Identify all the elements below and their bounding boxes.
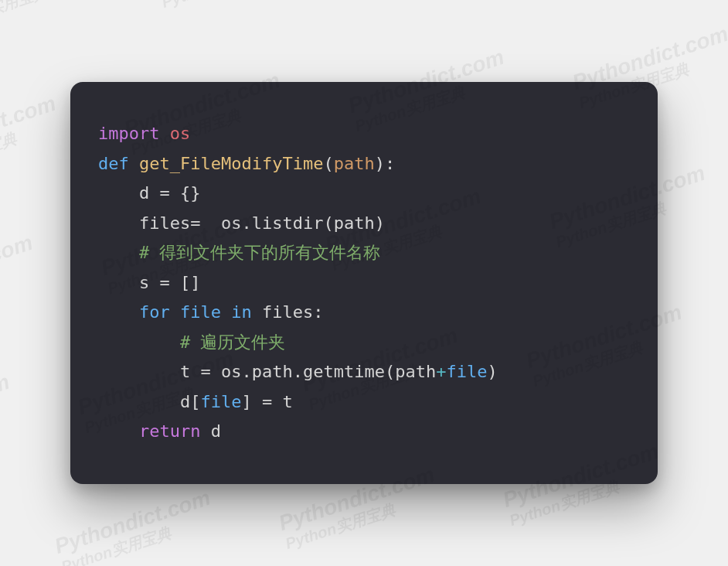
ref-os: os — [221, 213, 242, 233]
call-getmtime: getmtime — [303, 362, 385, 381]
param-path: path — [334, 154, 375, 173]
var-d: d — [180, 392, 190, 411]
var-s: s — [139, 273, 149, 292]
module-os: os — [170, 124, 191, 143]
keyword-return: return — [139, 421, 200, 441]
code-block: import os def get_FileModifyTime(path): … — [98, 119, 630, 447]
paren-open: ( — [323, 154, 333, 173]
ref-path: path — [252, 362, 293, 381]
op-plus: + — [436, 362, 446, 381]
keyword-def: def — [98, 154, 129, 173]
arg-path: path — [334, 213, 375, 233]
colon: : — [385, 154, 395, 173]
var-files: files — [139, 213, 190, 233]
arg-file: file — [446, 362, 487, 381]
call-listdir: listdir — [252, 213, 324, 233]
function-name: get_FileModifyTime — [139, 154, 323, 173]
ref-files: files — [262, 302, 313, 322]
comment-line: # 得到文件夹下的所有文件名称 — [139, 243, 381, 262]
keyword-import: import — [98, 124, 159, 143]
ref-os: os — [221, 362, 242, 381]
code-card: import os def get_FileModifyTime(path): … — [70, 82, 658, 484]
keyword-for: for — [139, 302, 170, 322]
paren-close: ) — [375, 154, 385, 173]
list-literal: [] — [180, 273, 201, 292]
var-d: d — [139, 183, 149, 203]
key-file: file — [200, 392, 241, 411]
ref-t: t — [282, 392, 292, 411]
var-t: t — [180, 362, 190, 381]
arg-path: path — [395, 362, 436, 381]
ref-d: d — [211, 421, 221, 441]
dict-literal: {} — [180, 183, 201, 203]
comment-line: # 遍历文件夹 — [180, 332, 286, 352]
var-file: file — [180, 302, 221, 322]
keyword-in: in — [231, 302, 252, 322]
